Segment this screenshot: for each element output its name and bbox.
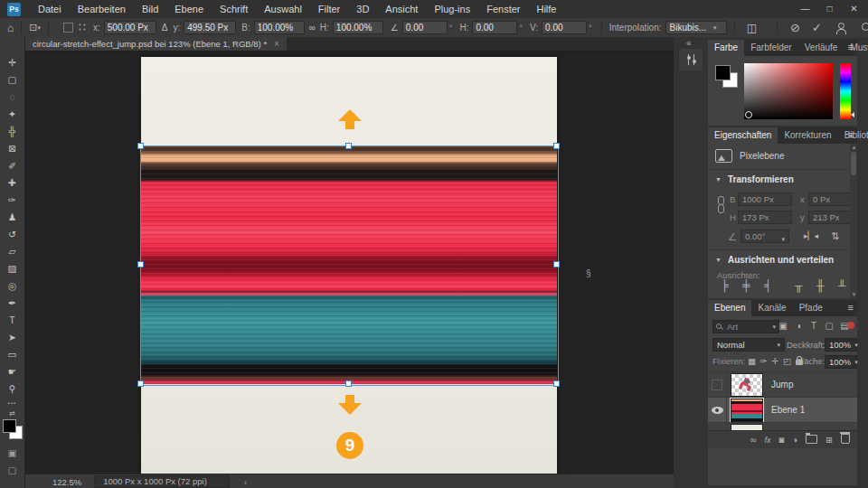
document-tab[interactable]: circular-stretch-effect_jump.psd bei 123… [25,37,287,51]
foreground-color-swatch[interactable] [715,65,731,80]
align-vertical-centers-icon[interactable]: ╫ [816,279,825,292]
opacity-select[interactable]: 100%▾ [825,338,857,352]
menu-datei[interactable]: Datei [30,0,70,18]
layer-effects-button[interactable]: fx [765,431,771,449]
crop-tool[interactable]: ╬ [2,123,24,140]
lasso-tool[interactable]: ◌ [2,89,24,106]
hue-slider[interactable] [840,63,851,119]
cancel-transform-button[interactable]: ⊘ [785,21,807,34]
y-field[interactable]: 213 Px [808,211,855,224]
close-button[interactable]: ✕ [842,0,866,17]
quick-mask-button[interactable]: ▣ [2,445,24,462]
lock-transparent-pixels-icon[interactable]: ▦ [746,354,758,368]
dodge-tool[interactable]: ◎ [2,277,24,295]
menu-auswahl[interactable]: Auswahl [256,0,310,18]
delete-layer-button[interactable] [841,429,850,450]
eraser-tool[interactable]: ▱ [2,243,24,260]
layer-thumbnail[interactable] [731,373,763,397]
maximize-button[interactable]: □ [817,0,842,17]
maintain-aspect-ratio-icon[interactable]: ∞ [309,23,316,33]
move-tool[interactable]: ✛ [2,54,24,71]
menu-filter[interactable]: Filter [310,0,348,18]
menu-ansicht[interactable]: Ansicht [377,0,426,18]
menu-fenster[interactable]: Fenster [478,0,528,18]
tool-preset-chevron-icon[interactable]: ▾ [37,24,41,32]
healing-brush-tool[interactable]: ✚ [2,174,24,192]
status-chevron-icon[interactable]: › [244,477,247,487]
collapsed-panel-button[interactable] [679,49,703,70]
rotation-field[interactable]: 0.00°▾ [741,230,789,243]
reference-point-grid-icon[interactable] [78,23,88,33]
align-horizontal-centers-icon[interactable]: ╪ [742,279,750,292]
layer-row-jump[interactable]: Jump [708,371,857,397]
document-size-info[interactable]: 1000 Px x 1000 Px (72 ppi) [94,475,230,488]
menu-ebene[interactable]: Ebene [166,0,212,18]
lock-image-pixels-icon[interactable]: ✑ [758,354,769,368]
layer-row-ebene-1[interactable]: Ebene 1 [708,397,857,422]
transform-tool-icon[interactable]: ⊡ [29,22,37,33]
tab-farbfelder[interactable]: Farbfelder [744,40,798,56]
scroll-up-icon[interactable]: ▲ [852,145,857,150]
gradient-tool[interactable]: ▨ [2,260,24,277]
zoom-tool[interactable]: ⚲ [2,380,24,398]
filter-type-layers-icon[interactable]: T [807,319,820,333]
type-tool[interactable]: T [2,312,24,329]
align-top-edges-icon[interactable]: ╥ [795,279,803,292]
hand-tool[interactable]: ☛ [2,363,24,380]
x-position-field[interactable]: 500.00 Px [104,21,156,34]
account-icon[interactable] [835,22,847,34]
panel-menu-icon[interactable]: ≡ [848,129,854,140]
new-layer-button[interactable]: ⊞ [826,431,833,449]
screen-mode-button[interactable]: ▢ [2,462,24,479]
collapse-panels-icon[interactable]: « [686,38,692,48]
scroll-down-icon[interactable]: ▼ [852,292,857,297]
width-scale-field[interactable]: 100.00% [254,21,305,34]
flip-vertical-icon[interactable]: ⇅ [831,230,839,242]
marquee-tool[interactable]: ▢ [2,71,24,89]
tab-verläufe[interactable]: Verläufe [798,40,844,56]
transform-handle-middle-right[interactable] [553,261,560,267]
filter-adjustment-layers-icon[interactable]: ◑ [792,319,805,333]
filter-pixel-layers-icon[interactable]: ▣ [777,319,789,333]
clone-stamp-tool[interactable]: ♟ [2,209,24,226]
transform-section-header[interactable]: ▼ Transformieren [715,174,794,184]
visibility-cell[interactable] [708,372,727,397]
swap-colors-icon[interactable]: ⇄ [9,409,15,418]
new-group-button[interactable] [806,429,817,450]
skew-v-field[interactable]: 0.00 [542,21,587,34]
transform-handle-bottom-middle[interactable] [345,380,352,387]
filter-toggle-light[interactable] [847,322,854,329]
skew-h-field[interactable]: 0.00 [472,21,517,34]
reference-point-checkbox[interactable] [63,23,73,33]
filter-shape-layers-icon[interactable]: ▢ [823,319,835,333]
align-right-edges-icon[interactable]: ╡ [764,279,772,292]
shape-tool[interactable]: ▭ [2,346,24,363]
edit-toolbar-icon[interactable]: ••• [8,400,16,406]
rotate-angle-field[interactable]: 0.00 [402,21,448,34]
path-selection-tool[interactable]: ➤ [2,329,24,346]
eyedropper-tool[interactable]: ✐ [2,157,24,174]
warp-mode-toggle-icon[interactable]: ◫ [742,22,762,34]
menu-bearbeiten[interactable]: Bearbeiten [70,0,134,18]
x-field[interactable]: 0 Px [808,192,855,206]
blend-mode-select[interactable]: Normal▾ [712,338,785,352]
transform-handle-middle-left[interactable] [137,261,144,267]
align-left-edges-icon[interactable]: ╞ [721,279,729,292]
tab-farbe[interactable]: Farbe [708,40,744,56]
foreground-color-swatch[interactable] [3,419,16,433]
panel-menu-icon[interactable]: ≡ [848,42,854,52]
minimize-button[interactable]: — [793,0,817,17]
y-position-field[interactable]: 499.50 Px [184,21,236,34]
flip-horizontal-icon[interactable]: ▸▏◂ [804,231,818,240]
photoshop-logo[interactable]: Ps [7,3,21,16]
link-dimensions-icon[interactable] [718,196,724,214]
saturation-brightness-field[interactable] [744,63,833,119]
menu-schrift[interactable]: Schrift [212,0,256,18]
properties-scrollbar[interactable]: ▲ ▼ [850,144,857,298]
home-icon[interactable]: ⌂ [7,22,14,34]
transform-handle-top-middle[interactable] [345,143,352,149]
add-layer-mask-button[interactable]: ◙ [779,431,785,449]
panel-menu-icon[interactable]: ≡ [848,302,854,313]
new-adjustment-layer-button[interactable]: ◑ [792,431,797,449]
tab-ebenen[interactable]: Ebenen [708,300,751,316]
